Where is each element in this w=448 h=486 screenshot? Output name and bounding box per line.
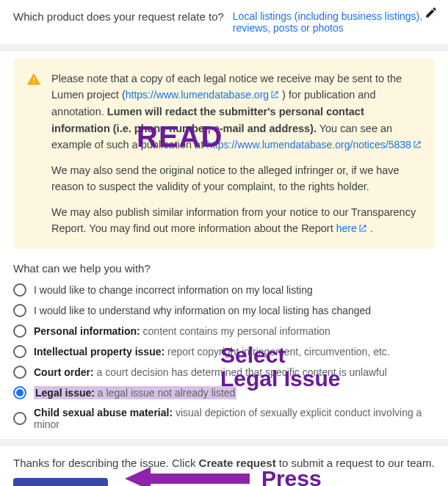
help-option[interactable]: I would like to change incorrect informa… [13, 283, 435, 297]
thanks-text: Thanks for describing the issue. Click C… [13, 457, 435, 469]
main-section: Please note that a copy of each legal no… [0, 51, 448, 439]
radio-icon[interactable] [13, 304, 26, 317]
page-root: Which product does your request relate t… [0, 0, 448, 486]
radio-icon[interactable] [13, 412, 26, 425]
lumen-link[interactable]: https://www.lumendatabase.org [126, 89, 279, 101]
notice-body: Please note that a copy of each legal no… [51, 70, 422, 237]
external-icon [269, 89, 279, 101]
example-link-text: https://www.lumendatabase.org/notices/58… [206, 139, 411, 150]
notice-p3-suffix: . [367, 222, 373, 234]
thanks-bold: Create request [199, 457, 276, 469]
edit-icon[interactable] [424, 6, 438, 22]
help-option-label: Child sexual abuse material: visual depi… [34, 407, 435, 430]
warning-icon [26, 72, 41, 237]
notice-p2: We may also send the original notice to … [51, 162, 422, 195]
here-link-text: here [336, 222, 357, 234]
lumen-link-text: https://www.lumendatabase.org [126, 89, 269, 101]
example-link[interactable]: https://www.lumendatabase.org/notices/58… [206, 139, 422, 150]
help-option-label: Court order: a court decision has determ… [34, 366, 387, 378]
radio-icon[interactable] [13, 324, 26, 338]
help-option[interactable]: Court order: a court decision has determ… [13, 366, 435, 379]
help-option[interactable]: I would like to understand why informati… [13, 304, 435, 317]
help-option-label: Personal information: content contains m… [34, 325, 330, 337]
annotation-press-line1: Press [261, 466, 322, 486]
product-question: Which product does your request relate t… [13, 10, 224, 23]
help-option-label: I would like to understand why informati… [34, 305, 371, 316]
lumen-notice: Please note that a copy of each legal no… [13, 59, 435, 249]
footer-section: Thanks for describing the issue. Click C… [0, 446, 448, 486]
help-option-label: Legal issue: a legal issue not already l… [34, 386, 236, 399]
annotation-press: Press Create Request [261, 467, 423, 486]
help-title: What can we help you with? [13, 262, 435, 275]
radio-icon[interactable] [13, 283, 26, 297]
create-request-button[interactable]: Create request [13, 478, 108, 486]
product-section: Which product does your request relate t… [0, 0, 448, 44]
svg-marker-0 [125, 467, 250, 486]
radio-icon[interactable] [13, 345, 26, 358]
radio-icon[interactable] [13, 386, 26, 399]
external-icon [411, 139, 422, 150]
help-option[interactable]: Personal information: content contains m… [13, 324, 435, 338]
help-option-label: I would like to change incorrect informa… [34, 284, 313, 296]
here-link[interactable]: here [336, 222, 367, 234]
radio-icon[interactable] [13, 366, 26, 379]
help-option[interactable]: Legal issue: a legal issue not already l… [13, 386, 435, 399]
help-option[interactable]: Intellectual property issue: report copy… [13, 345, 435, 358]
external-icon [357, 222, 367, 234]
help-option-label: Intellectual property issue: report copy… [34, 346, 390, 358]
thanks-post: to submit a request to our team. [276, 457, 435, 469]
help-options: I would like to change incorrect informa… [13, 283, 435, 430]
thanks-pre: Thanks for describing the issue. Click [13, 457, 199, 469]
product-link[interactable]: Local listings (including business listi… [233, 10, 435, 34]
help-option[interactable]: Child sexual abuse material: visual depi… [13, 407, 435, 430]
